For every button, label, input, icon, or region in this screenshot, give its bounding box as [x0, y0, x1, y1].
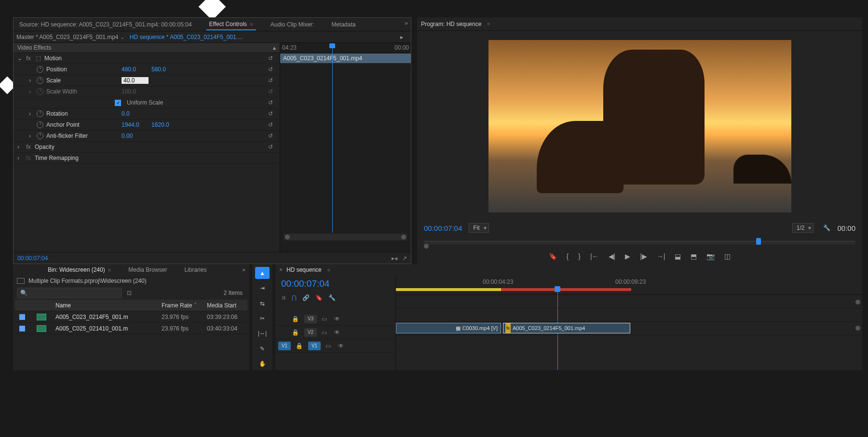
disclosure-opacity[interactable]: ›: [17, 144, 22, 150]
stopwatch-antiflicker[interactable]: [37, 132, 43, 139]
reset-scale[interactable]: [268, 77, 277, 84]
stopwatch-scale[interactable]: [37, 77, 43, 84]
lock-v3-icon[interactable]: 🔒: [292, 316, 299, 322]
program-scrubber[interactable]: [424, 234, 855, 249]
lock-v1-icon[interactable]: 🔒: [296, 343, 303, 349]
track-select-tool-icon[interactable]: ⇥: [255, 282, 270, 294]
stopwatch-position[interactable]: [37, 66, 43, 73]
program-monitor-display[interactable]: [488, 40, 791, 212]
navigate-up-icon[interactable]: [17, 278, 25, 284]
zoom-handle-left[interactable]: [285, 235, 290, 239]
toggle-output-v2-icon[interactable]: 👁: [334, 329, 342, 336]
step-back-icon[interactable]: ◀|: [609, 252, 616, 260]
scale-width-value[interactable]: 100.0: [122, 88, 149, 95]
anchor-x-value[interactable]: 1944.0: [122, 121, 149, 128]
hand-tool-icon[interactable]: ✋: [255, 358, 270, 370]
disclosure-antiflicker[interactable]: ›: [29, 132, 34, 139]
disclosure-motion[interactable]: ⌄: [17, 55, 22, 62]
program-title[interactable]: Program: HD sequence: [421, 21, 481, 27]
rotation-value[interactable]: 0.0: [122, 110, 149, 117]
fx-badge-opacity-icon[interactable]: fx: [25, 144, 32, 150]
sequence-title[interactable]: HD sequence: [286, 266, 322, 273]
anchor-y-value[interactable]: 1620.0: [151, 121, 178, 128]
disclosure-scale[interactable]: ›: [29, 77, 34, 84]
linked-selection-icon[interactable]: 🔗: [302, 294, 310, 301]
stopwatch-anchor[interactable]: [37, 121, 43, 128]
play-icon[interactable]: ▶: [625, 252, 630, 260]
effect-timeline[interactable]: 04:23 00:00 A005_C023_0214F5_001.mp4: [280, 43, 411, 252]
mark-in-icon[interactable]: {: [567, 252, 569, 260]
play-only-icon[interactable]: ▸: [400, 34, 403, 40]
antiflicker-value[interactable]: 0.00: [122, 132, 149, 139]
tab-bin[interactable]: Bin: Widescreen (240) ≡: [45, 265, 114, 275]
tab-source[interactable]: Source: HD sequence: A005_C023_0214F5_00…: [16, 19, 195, 30]
target-v1[interactable]: V1: [308, 342, 321, 350]
slip-tool-icon[interactable]: |↔|: [255, 328, 270, 340]
target-v2[interactable]: V2: [304, 328, 317, 337]
disclosure-rotation[interactable]: ›: [29, 110, 34, 117]
program-current-time[interactable]: 00:00:07:04: [424, 224, 462, 232]
source-patch-v1[interactable]: V1: [278, 342, 291, 350]
comparison-view-icon[interactable]: ◫: [724, 252, 731, 260]
reset-scale-width[interactable]: [268, 88, 277, 95]
add-marker-icon[interactable]: 🔖: [549, 252, 557, 260]
lift-icon[interactable]: ⬓: [675, 252, 681, 260]
sync-lock-v2-icon[interactable]: ▭: [322, 329, 329, 336]
reset-uniform[interactable]: [268, 99, 277, 106]
col-media-start[interactable]: Media Start: [207, 302, 247, 309]
track-v1-area[interactable]: ▦ C0030.mp4 [V] fx A005_C023_0214F5_001.…: [396, 322, 862, 335]
motion-direct-icon[interactable]: ⬚: [35, 55, 41, 62]
lock-v2-icon[interactable]: 🔒: [292, 329, 299, 336]
tab-media-browser[interactable]: Media Browser: [125, 265, 170, 275]
fx-badge-timeremap-icon[interactable]: fx: [25, 155, 32, 161]
snap-icon[interactable]: ⋂: [292, 294, 297, 301]
disclosure-scale-width[interactable]: ›: [29, 88, 34, 95]
position-x-value[interactable]: 480.0: [122, 66, 149, 73]
zoom-handle-prog[interactable]: [424, 244, 429, 249]
overflow-chevrons-icon[interactable]: »: [405, 20, 408, 26]
toggle-output-v3-icon[interactable]: 👁: [334, 316, 342, 322]
track-v3-area[interactable]: [396, 295, 862, 308]
share-icon[interactable]: ↗: [402, 255, 407, 262]
zoom-fit-dropdown[interactable]: Fit: [469, 223, 488, 233]
label-swatch[interactable]: [19, 314, 25, 320]
reset-antiflicker[interactable]: [268, 132, 277, 139]
tab-audio-clip-mixer[interactable]: Audio Clip Mixer:: [268, 19, 317, 30]
tab-metadata[interactable]: Metadata: [328, 19, 358, 30]
go-to-in-icon[interactable]: |←: [590, 252, 599, 260]
stopwatch-scale-width[interactable]: [37, 88, 43, 95]
playhead-indicator[interactable]: [332, 43, 333, 233]
uniform-scale-checkbox[interactable]: ✓: [115, 100, 121, 106]
scale-input[interactable]: 40.0: [122, 77, 149, 84]
timeline-clip-1[interactable]: ▦ C0030.mp4 [V]: [396, 323, 501, 333]
scrub-playhead[interactable]: [756, 238, 761, 245]
table-row[interactable]: A005_C023_0214F5_001.m 23.976 fps 03:39:…: [15, 311, 247, 323]
extract-icon[interactable]: ⬒: [691, 252, 697, 260]
target-v3[interactable]: V3: [304, 315, 317, 323]
fx-badge-icon[interactable]: fx: [25, 55, 32, 62]
selection-tool-icon[interactable]: ▲: [255, 267, 270, 279]
close-sequence-icon[interactable]: ×: [279, 266, 283, 273]
mark-out-icon[interactable]: }: [578, 252, 581, 260]
col-frame-rate[interactable]: Frame Rate: [162, 302, 207, 309]
settings-wrench-icon[interactable]: 🔧: [823, 225, 830, 231]
new-bin-icon[interactable]: ⊡: [127, 290, 132, 296]
insert-overwrite-icon[interactable]: ⤮: [281, 294, 286, 301]
add-marker-tl-icon[interactable]: 🔖: [315, 294, 323, 301]
go-to-out-icon[interactable]: →|: [657, 252, 665, 260]
table-row[interactable]: A005_C025_021410_001.m 23.976 fps 03:40:…: [15, 323, 247, 334]
step-forward-icon[interactable]: |▶: [640, 252, 647, 260]
ripple-edit-tool-icon[interactable]: ⇆: [255, 297, 270, 309]
timeline-settings-icon[interactable]: 🔧: [328, 294, 336, 301]
search-input[interactable]: 🔍: [17, 288, 122, 298]
disclosure-timeremap[interactable]: ›: [17, 155, 22, 161]
export-frame-icon[interactable]: 📷: [706, 252, 715, 260]
reset-anchor[interactable]: [268, 121, 277, 128]
zoom-handle-right[interactable]: [401, 235, 406, 239]
loop-playback-icon[interactable]: ▸◂: [392, 255, 397, 262]
position-y-value[interactable]: 580.0: [151, 66, 178, 73]
toggle-timeline-icon[interactable]: ▴: [273, 44, 276, 51]
sync-lock-v1-icon[interactable]: ▭: [326, 343, 333, 349]
timeline-ruler[interactable]: 00:00:04:23 00:00:09:23: [396, 276, 862, 295]
v-scroll-handle-bottom[interactable]: [855, 326, 860, 331]
